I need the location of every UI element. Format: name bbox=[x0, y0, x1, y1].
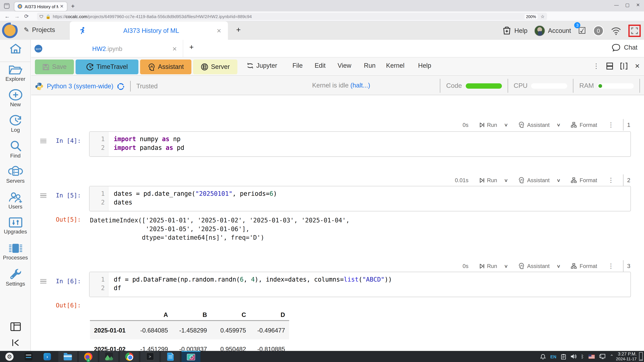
drag-handle-icon[interactable] bbox=[40, 279, 46, 284]
cell-format-button[interactable]: Format bbox=[580, 177, 597, 183]
tracking-shield-icon[interactable]: 🛡 bbox=[40, 14, 44, 18]
messages-button[interactable]: ☑ 3 bbox=[578, 25, 586, 36]
sidebar-item-home[interactable] bbox=[0, 43, 31, 55]
sidebar-item-servers[interactable]: Servers bbox=[0, 166, 31, 184]
wifi-icon[interactable] bbox=[611, 26, 622, 35]
chrome-task-button[interactable] bbox=[120, 351, 139, 362]
cell-2[interactable]: In [5]: 12 dates = pd.date_range("202501… bbox=[31, 186, 644, 212]
drag-handle-icon[interactable] bbox=[40, 139, 46, 143]
cell-1-editor[interactable]: 12 import numpy as np import pandas as p… bbox=[89, 131, 631, 157]
cell-run-button[interactable]: Run bbox=[487, 122, 497, 128]
cell-3[interactable]: In [6]: 12 df = pd.DataFrame(np.random.r… bbox=[31, 272, 644, 298]
url-text[interactable]: https://cocalc.com/projects/64997960-cc7… bbox=[53, 14, 524, 19]
fullscreen-button-highlighted[interactable] bbox=[628, 24, 641, 37]
cell-assistant-button[interactable]: Assistant bbox=[527, 177, 550, 183]
sidebar-layout-button[interactable] bbox=[0, 322, 31, 331]
account-button[interactable]: Account bbox=[534, 25, 571, 36]
cell-3-editor[interactable]: 12 df = pd.DataFrame(np.random.randn(6, … bbox=[89, 272, 631, 297]
chat-button[interactable]: Chat bbox=[612, 43, 638, 52]
frame-icon[interactable] bbox=[620, 62, 628, 69]
cell-kebab-icon[interactable]: ⋮ bbox=[608, 121, 614, 128]
browser-tab[interactable]: AI373 History of ML - CoC ✕ bbox=[14, 2, 67, 11]
menu-kernel[interactable]: Kernel bbox=[386, 62, 404, 69]
bookmark-star-icon[interactable]: ☆ bbox=[540, 14, 544, 19]
konsole-task-button[interactable]: > bbox=[140, 351, 160, 362]
file-tab-hw2[interactable]: ipynb HW2.ipynb ✕ bbox=[31, 40, 183, 57]
format-sitemap-icon[interactable] bbox=[571, 122, 577, 128]
firefox-view-icon[interactable] bbox=[4, 3, 10, 8]
firefox-task-button[interactable]: + bbox=[79, 351, 98, 362]
new-project-tab-button[interactable]: + bbox=[236, 25, 241, 34]
halt-link[interactable]: (halt...) bbox=[350, 82, 370, 89]
cell-format-button[interactable]: Format bbox=[580, 263, 597, 269]
sidebar-item-new[interactable]: New bbox=[0, 89, 31, 107]
cell-2-editor[interactable]: 12 dates = pd.date_range("20250101", per… bbox=[89, 186, 631, 211]
media-app-task-button[interactable] bbox=[100, 351, 118, 362]
split-horizontal-icon[interactable] bbox=[606, 62, 614, 69]
menu-jupyter[interactable]: Jupyter bbox=[246, 62, 277, 69]
run-chevron-icon[interactable]: ∨ bbox=[504, 177, 508, 183]
taskbar-clock[interactable]: 3:27 P.M. 2024-11-17 bbox=[616, 352, 636, 361]
reload-icon[interactable]: ⟳ bbox=[24, 13, 29, 19]
drag-handle-icon[interactable] bbox=[40, 193, 46, 198]
run-icon[interactable] bbox=[479, 263, 484, 269]
browser-new-tab-button[interactable]: + bbox=[71, 2, 75, 9]
sidebar-item-users[interactable]: Users bbox=[0, 191, 31, 210]
projects-button[interactable]: ✎ Projects bbox=[24, 26, 55, 34]
sidebar-item-settings[interactable]: Settings bbox=[0, 269, 31, 287]
keyboard-language-indicator[interactable]: EN bbox=[550, 354, 556, 359]
menu-file[interactable]: File bbox=[292, 62, 303, 69]
back-icon[interactable]: ← bbox=[4, 13, 10, 19]
kernel-name-link[interactable]: Python 3 (system-wide) bbox=[47, 82, 113, 90]
assistant-head-icon[interactable]: AI bbox=[518, 263, 525, 269]
discover-button[interactable]: › bbox=[38, 351, 57, 362]
menu-view[interactable]: View bbox=[338, 62, 351, 69]
system-settings-button[interactable] bbox=[19, 351, 38, 362]
assistant-chevron-icon[interactable]: ∨ bbox=[556, 177, 561, 183]
cell-kebab-icon[interactable]: ⋮ bbox=[608, 262, 614, 270]
cell-format-button[interactable]: Format bbox=[580, 122, 597, 128]
close-icon[interactable]: ✕ bbox=[636, 2, 640, 8]
show-desktop-button[interactable] bbox=[639, 352, 643, 361]
zoom-level-badge[interactable]: 200% bbox=[524, 14, 538, 19]
run-icon[interactable] bbox=[479, 177, 484, 183]
url-field[interactable]: 🛡 🔒 https://cocalc.com/projects/64997960… bbox=[37, 13, 547, 20]
project-tab-close-icon[interactable]: ✕ bbox=[216, 27, 221, 34]
help-button[interactable]: Help bbox=[502, 26, 528, 35]
sidebar-item-log[interactable]: Log bbox=[0, 114, 31, 133]
volume-icon[interactable] bbox=[570, 354, 576, 359]
run-chevron-icon[interactable]: ∨ bbox=[504, 263, 508, 269]
sidebar-item-upgrades[interactable]: Upgrades bbox=[0, 217, 31, 235]
libreoffice-task-button[interactable] bbox=[161, 351, 180, 362]
cell-kebab-icon[interactable]: ⋮ bbox=[608, 176, 614, 184]
spectacle-task-button[interactable] bbox=[182, 351, 200, 362]
notebook-close-icon[interactable]: ✕ bbox=[635, 62, 640, 69]
assistant-head-icon[interactable]: AI bbox=[518, 177, 525, 184]
bluetooth-icon[interactable]: ᛒ bbox=[581, 354, 584, 359]
cocalc-logo[interactable] bbox=[2, 23, 18, 38]
kde-launcher-button[interactable]: ⚙ bbox=[0, 351, 19, 362]
file-tab-close-icon[interactable]: ✕ bbox=[172, 45, 177, 52]
forward-icon[interactable]: → bbox=[14, 13, 20, 19]
code-meter[interactable]: Code bbox=[440, 79, 508, 93]
maximize-icon[interactable]: ▢ bbox=[625, 2, 630, 8]
project-tab[interactable]: AI373 History of ML ✕ bbox=[70, 21, 228, 40]
sidebar-item-find[interactable]: Find bbox=[0, 140, 31, 159]
sidebar-item-explorer[interactable]: Explorer bbox=[0, 64, 31, 82]
clipboard-icon[interactable] bbox=[561, 354, 566, 359]
notifications-counter[interactable]: 0 bbox=[593, 25, 604, 36]
cell-assistant-button[interactable]: Assistant bbox=[527, 122, 550, 128]
save-button[interactable]: Save bbox=[35, 59, 74, 74]
assistant-chevron-icon[interactable]: ∨ bbox=[556, 122, 561, 128]
cell-1[interactable]: In [4]: 12 import numpy as np import pan… bbox=[31, 131, 644, 158]
timetravel-button[interactable]: TimeTravel bbox=[76, 59, 138, 74]
menu-edit[interactable]: Edit bbox=[314, 62, 326, 69]
assistant-head-icon[interactable]: AI bbox=[518, 121, 525, 128]
minimize-icon[interactable]: — bbox=[614, 2, 619, 8]
format-sitemap-icon[interactable] bbox=[571, 263, 577, 269]
us-flag-icon[interactable] bbox=[588, 355, 595, 359]
sidebar-collapse-button[interactable] bbox=[0, 339, 31, 347]
kernel-refresh-icon[interactable] bbox=[116, 82, 124, 90]
run-chevron-icon[interactable]: ∨ bbox=[504, 122, 508, 128]
server-button[interactable]: Server bbox=[193, 59, 237, 74]
